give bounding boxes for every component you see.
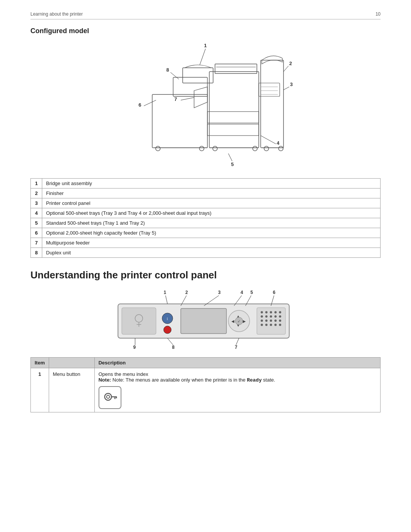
- desc-note: Note: Note: The menus are available only…: [99, 377, 275, 383]
- config-row-number: 4: [31, 208, 42, 218]
- config-row-number: 8: [31, 248, 42, 258]
- svg-text:7: 7: [235, 345, 237, 350]
- svg-point-71: [279, 311, 281, 313]
- svg-point-94: [107, 395, 110, 398]
- svg-point-59: [265, 315, 268, 318]
- config-row-number: 5: [31, 218, 42, 228]
- svg-point-73: [279, 320, 281, 322]
- config-row-number: 6: [31, 228, 42, 238]
- section-title-configured: Configured model: [30, 27, 381, 35]
- config-table-row: 8 Duplex unit: [31, 248, 381, 258]
- svg-rect-12: [207, 124, 259, 136]
- svg-rect-3: [261, 60, 284, 148]
- config-row-number: 3: [31, 198, 42, 208]
- svg-point-16: [253, 146, 257, 151]
- svg-point-57: [270, 311, 272, 313]
- config-row-number: 1: [31, 179, 42, 189]
- svg-point-74: [279, 324, 281, 326]
- svg-point-68: [274, 315, 277, 318]
- svg-text:↕: ↕: [166, 316, 169, 321]
- svg-text:5: 5: [250, 290, 253, 295]
- config-row-desc: Bridge unit assembly: [42, 179, 381, 189]
- svg-line-91: [236, 338, 239, 345]
- config-table: 1 Bridge unit assembly 2 Finisher 3 Prin…: [30, 178, 381, 258]
- svg-point-15: [213, 146, 217, 151]
- svg-point-55: [261, 311, 263, 313]
- svg-text:1: 1: [204, 43, 207, 48]
- config-row-desc: Finisher: [42, 189, 381, 198]
- svg-text:8: 8: [166, 67, 169, 73]
- svg-point-14: [199, 146, 204, 151]
- col-empty: [49, 358, 94, 368]
- svg-line-26: [284, 87, 289, 90]
- svg-text:3: 3: [290, 81, 293, 87]
- svg-line-75: [166, 296, 167, 304]
- svg-point-60: [270, 315, 272, 318]
- svg-point-61: [261, 320, 263, 322]
- panel-diagram-container: ↕ ▲ ▼ ◀ ▶ ✓: [30, 289, 381, 350]
- svg-line-36: [170, 72, 179, 79]
- svg-rect-39: [122, 308, 156, 334]
- svg-text:7: 7: [174, 96, 177, 102]
- svg-line-34: [181, 97, 194, 100]
- svg-text:5: 5: [231, 161, 234, 167]
- config-row-desc: Optional 500-sheet trays (Tray 3 and Tra…: [42, 208, 381, 218]
- svg-text:1: 1: [164, 290, 166, 295]
- main-section-title: Understanding the printer control panel: [30, 269, 381, 281]
- printer-diagram-container: 1 2 3 4 5 6 7: [30, 41, 381, 171]
- header-bar: Learning about the printer 10: [30, 11, 381, 19]
- svg-point-67: [274, 311, 277, 313]
- svg-text:2: 2: [185, 290, 188, 295]
- svg-point-46: [164, 326, 171, 334]
- desc-table-header: Item Description: [31, 358, 381, 368]
- svg-rect-8: [152, 94, 207, 148]
- breadcrumb: Learning about the printer: [30, 11, 83, 17]
- desc-row-item: 1: [31, 368, 49, 412]
- svg-point-63: [270, 320, 272, 322]
- config-row-number: 2: [31, 189, 42, 198]
- svg-rect-0: [209, 72, 259, 148]
- svg-point-93: [105, 393, 112, 400]
- col-item: Item: [31, 358, 49, 368]
- config-row-desc: Standard 500-sheet trays (Tray 1 and Tra…: [42, 218, 381, 228]
- config-row-desc: Duplex unit: [42, 248, 381, 258]
- config-table-row: 4 Optional 500-sheet trays (Tray 3 and T…: [31, 208, 381, 218]
- svg-rect-10: [173, 77, 207, 96]
- config-row-desc: Printer control panel: [42, 198, 381, 208]
- control-panel-svg: ↕ ▲ ▼ ◀ ▶ ✓: [107, 289, 304, 350]
- svg-point-17: [264, 146, 269, 151]
- svg-text:8: 8: [172, 345, 175, 350]
- config-row-desc: Multipurpose feeder: [42, 238, 381, 248]
- printer-diagram: 1 2 3 4 5 6 7: [118, 41, 293, 171]
- svg-point-58: [261, 315, 263, 318]
- svg-point-72: [279, 315, 281, 318]
- svg-text:◀: ◀: [231, 319, 234, 323]
- svg-rect-9: [183, 68, 213, 83]
- svg-rect-45: [181, 308, 226, 334]
- svg-line-32: [144, 100, 156, 106]
- svg-line-89: [167, 338, 173, 345]
- svg-point-64: [261, 324, 263, 326]
- svg-point-69: [274, 320, 277, 322]
- config-row-desc: Optional 2,000-sheet high capacity feede…: [42, 228, 381, 238]
- svg-rect-11: [207, 112, 259, 123]
- desc-row-description: Opens the menu indexNote: Note: The menu…: [94, 368, 380, 412]
- svg-text:9: 9: [133, 345, 136, 350]
- svg-point-66: [270, 324, 272, 326]
- col-description: Description: [94, 358, 380, 368]
- config-table-row: 6 Optional 2,000-sheet high capacity fee…: [31, 228, 381, 238]
- svg-point-13: [156, 146, 160, 151]
- config-row-number: 7: [31, 238, 42, 248]
- desc-row-name: Menu button: [49, 368, 94, 412]
- page-number: 10: [376, 11, 381, 17]
- svg-text:✓: ✓: [237, 320, 241, 323]
- key-icon: [99, 386, 121, 409]
- svg-text:6: 6: [273, 290, 276, 295]
- svg-line-24: [284, 66, 288, 72]
- svg-line-28: [261, 136, 276, 144]
- config-table-row: 7 Multipurpose feeder: [31, 238, 381, 248]
- svg-line-30: [228, 153, 232, 161]
- svg-rect-1: [215, 64, 257, 73]
- svg-point-70: [274, 324, 277, 326]
- printer-svg: 1 2 3 4 5 6 7: [118, 41, 293, 171]
